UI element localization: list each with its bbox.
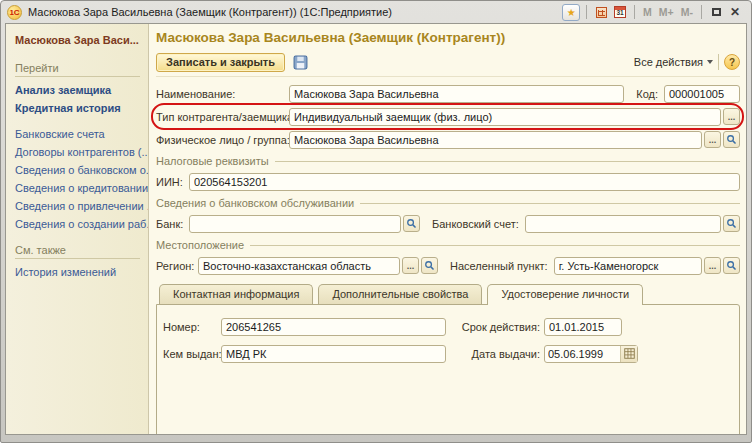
- region-input[interactable]: [198, 257, 400, 275]
- bank-input[interactable]: [189, 215, 401, 233]
- doc-number-input[interactable]: [221, 318, 446, 336]
- group-line: [360, 203, 740, 204]
- calculator-button[interactable]: [593, 4, 609, 20]
- row-person: Физическое лицо / группа: ...: [156, 130, 740, 149]
- star-icon: ★: [567, 7, 576, 18]
- region-open-button[interactable]: [421, 257, 438, 274]
- group-location: Местоположение: [156, 239, 740, 251]
- city-select-button[interactable]: ...: [704, 257, 721, 274]
- sidebar-item-contractor-agreements[interactable]: Договоры контрагентов (...: [15, 146, 144, 158]
- iin-label: ИИН:: [156, 176, 189, 188]
- tab-bar: Контактная информация Дополнительные сво…: [156, 284, 740, 304]
- magnifier-icon: [406, 218, 417, 229]
- name-input[interactable]: [289, 85, 624, 103]
- maximize-button[interactable]: [708, 4, 724, 20]
- sidebar-gap: [15, 120, 144, 128]
- sidebar-section-goto: Перейти: [15, 62, 140, 77]
- magnifier-icon: [726, 260, 737, 271]
- account-label: Банковский счет:: [432, 218, 519, 230]
- issue-date-input[interactable]: [545, 348, 620, 360]
- person-label: Физическое лицо / группа:: [156, 134, 289, 146]
- titlebar-icons: ★ 31 M M+ M- ✕: [562, 4, 743, 21]
- issued-by-label: Кем выдан:: [163, 348, 221, 360]
- titlebar-separator: [634, 5, 635, 19]
- sidebar-gap: [15, 236, 144, 244]
- contractor-type-input[interactable]: [289, 108, 721, 126]
- calendar-icon: 31: [614, 6, 626, 18]
- window-title: Масюкова Зара Васильевна (Заемщик (Контр…: [28, 6, 556, 18]
- row-contractor-type: Тип контрагента/заемщика: ...: [156, 107, 740, 126]
- app-window: 1С Масюкова Зара Васильевна (Заемщик (Ко…: [0, 0, 752, 443]
- sidebar-item-bank-accounts[interactable]: Банковские счета: [15, 128, 144, 140]
- row-doc-number: Номер: Срок действия:: [163, 317, 731, 336]
- sidebar-item-crediting-info[interactable]: Сведения о кредитовании...: [15, 182, 144, 194]
- person-open-button[interactable]: [723, 131, 740, 148]
- person-select-button[interactable]: ...: [704, 131, 721, 148]
- valid-until-input[interactable]: [544, 318, 622, 336]
- date-picker-button[interactable]: [620, 346, 637, 362]
- toolbar-separator: [718, 54, 719, 70]
- sidebar-item-attraction-info[interactable]: Сведения о привлечении ...: [15, 200, 144, 212]
- all-actions-button[interactable]: Все действия: [634, 56, 713, 68]
- help-button[interactable]: ?: [724, 54, 740, 70]
- memory-m-button[interactable]: M: [641, 6, 654, 18]
- issued-by-input[interactable]: [221, 345, 446, 363]
- contractor-type-label: Тип контрагента/заемщика:: [156, 111, 289, 123]
- bank-label: Банк:: [156, 218, 189, 230]
- region-select-button[interactable]: ...: [402, 257, 419, 274]
- save-and-close-button[interactable]: Записать и закрыть: [156, 53, 285, 72]
- city-open-button[interactable]: [723, 257, 740, 274]
- group-line: [275, 161, 740, 162]
- group-location-label: Местоположение: [156, 239, 244, 251]
- contractor-type-select-button[interactable]: ...: [723, 108, 740, 125]
- memory-mplus-button[interactable]: M+: [657, 6, 676, 18]
- row-doc-issuer: Кем выдан: Дата выдачи:: [163, 344, 731, 363]
- sidebar: Масюкова Зара Васи... Перейти Анализ зае…: [6, 24, 149, 434]
- group-tax: Налоговые реквизиты: [156, 155, 740, 167]
- issue-date-label: Дата выдачи:: [456, 348, 544, 360]
- sidebar-item-creation-info[interactable]: Сведения о создании раб...: [15, 218, 144, 230]
- row-iin: ИИН:: [156, 172, 740, 191]
- titlebar: 1С Масюкова Зара Васильевна (Заемщик (Ко…: [1, 1, 751, 23]
- person-input[interactable]: [289, 131, 702, 149]
- titlebar-separator: [586, 5, 587, 19]
- account-open-button[interactable]: [723, 215, 740, 232]
- sidebar-item-borrower-analysis[interactable]: Анализ заемщика: [15, 84, 144, 96]
- sidebar-item-credit-history[interactable]: Кредитная история: [15, 102, 144, 114]
- code-label: Код:: [636, 88, 658, 100]
- account-input[interactable]: [525, 215, 721, 233]
- memory-mminus-button[interactable]: M-: [679, 6, 695, 18]
- calendar-grid-icon: [624, 348, 635, 359]
- group-bank-service: Сведения о банковском обслуживании: [156, 197, 740, 209]
- sidebar-section-see-also: См. также: [15, 244, 140, 259]
- city-input[interactable]: [554, 257, 702, 275]
- save-button[interactable]: [290, 52, 310, 72]
- floppy-icon: [293, 55, 308, 70]
- code-input[interactable]: [664, 85, 740, 103]
- group-bank-service-label: Сведения о банковском обслуживании: [156, 197, 354, 209]
- magnifier-icon: [726, 134, 737, 145]
- calendar-button[interactable]: 31: [612, 4, 628, 20]
- group-tax-label: Налоговые реквизиты: [156, 155, 269, 167]
- sidebar-item-bank-service-info[interactable]: Сведения о банковском о...: [15, 164, 144, 176]
- row-bank: Банк: Банковский счет:: [156, 214, 740, 233]
- close-button[interactable]: ✕: [727, 4, 743, 20]
- titlebar-separator: [701, 5, 702, 19]
- identity-tab-panel: Номер: Срок действия: Кем выдан: Дата вы…: [156, 304, 740, 434]
- sidebar-item-change-history[interactable]: История изменений: [15, 266, 144, 278]
- form-area: Масюкова Зара Васильевна (Заемщик (Контр…: [149, 24, 746, 434]
- iin-input[interactable]: [189, 173, 740, 191]
- bank-open-button[interactable]: [403, 215, 420, 232]
- magnifier-icon: [424, 260, 435, 271]
- chevron-down-icon: [707, 60, 713, 64]
- doc-number-label: Номер:: [163, 321, 221, 333]
- client-area: Масюкова Зара Васи... Перейти Анализ зае…: [5, 23, 747, 435]
- maximize-icon: [712, 8, 721, 16]
- tab-contact-info[interactable]: Контактная информация: [159, 284, 313, 304]
- group-line: [250, 245, 740, 246]
- tab-additional-properties[interactable]: Дополнительные свойства: [318, 284, 482, 304]
- name-label: Наименование:: [156, 88, 289, 100]
- page-title: Масюкова Зара Васильевна (Заемщик (Контр…: [156, 30, 740, 45]
- tab-identity-document[interactable]: Удостоверение личности: [487, 284, 643, 305]
- favorites-button[interactable]: ★: [562, 4, 580, 21]
